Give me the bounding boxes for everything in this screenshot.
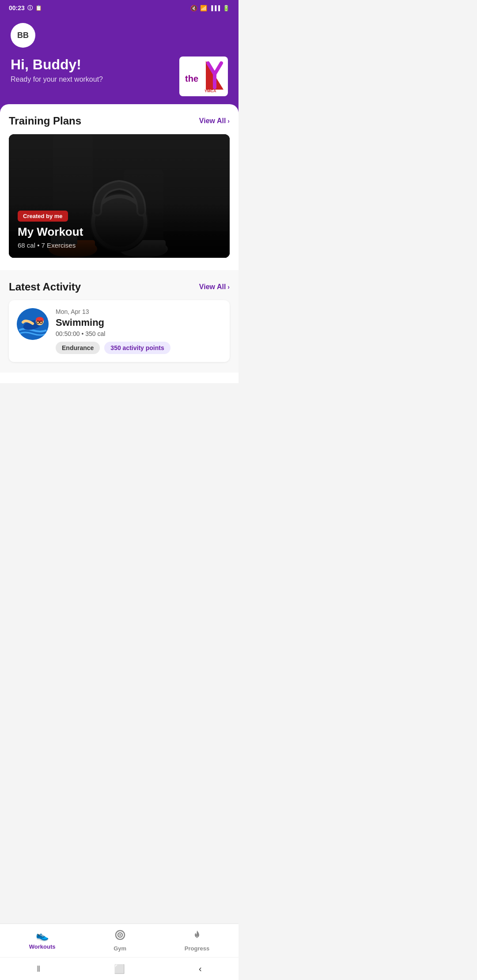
- header-text: Hi, Buddy! Ready for your next workout?: [11, 57, 103, 83]
- main-content: Training Plans View All ›: [0, 104, 238, 383]
- activity-card[interactable]: Mon, Apr 13 Swimming 00:50:00 • 350 cal …: [9, 300, 230, 362]
- workout-title: My Workout: [18, 225, 221, 239]
- training-card-overlay: Created by me My Workout 68 cal • 7 Exer…: [9, 202, 230, 258]
- header-content: Hi, Buddy! Ready for your next workout? …: [11, 57, 228, 96]
- training-plans-title: Training Plans: [9, 115, 81, 127]
- ymca-logo: the YMCA: [179, 57, 228, 96]
- ymca-logo-svg: the YMCA: [182, 59, 226, 94]
- latest-activity-view-all[interactable]: View All ›: [199, 283, 230, 291]
- chevron-right-icon-2: ›: [227, 283, 230, 290]
- training-plans-view-all[interactable]: View All ›: [199, 117, 230, 125]
- subtitle-text: Ready for your next workout?: [11, 75, 103, 83]
- tag-points: 350 activity points: [104, 342, 170, 354]
- chevron-right-icon: ›: [227, 117, 230, 124]
- mute-icon: 🔇: [190, 5, 197, 11]
- svg-text:the: the: [185, 74, 198, 83]
- wifi-icon: 📶: [200, 5, 207, 11]
- time-display: 00:23: [9, 4, 25, 11]
- activity-avatar: [17, 308, 49, 340]
- status-bar: 00:23 ⓘ 📋 🔇 📶 ▐▐▐ 🔋: [0, 0, 238, 16]
- created-badge: Created by me: [18, 211, 68, 222]
- activity-tags: Endurance 350 activity points: [56, 342, 222, 354]
- latest-activity-view-all-label: View All: [199, 283, 226, 291]
- training-plan-card[interactable]: Created by me My Workout 68 cal • 7 Exer…: [9, 134, 230, 258]
- clipboard-icon: 📋: [35, 5, 42, 11]
- greeting-text: Hi, Buddy!: [11, 57, 103, 73]
- activity-stats: 00:50:00 • 350 cal: [56, 330, 222, 337]
- status-time: 00:23 ⓘ 📋: [9, 4, 42, 12]
- activity-name: Swimming: [56, 317, 222, 328]
- svg-text:YMCA: YMCA: [204, 89, 216, 93]
- avatar[interactable]: BB: [11, 23, 35, 48]
- tag-endurance: Endurance: [56, 342, 100, 354]
- battery-icon: 🔋: [223, 5, 230, 11]
- activity-date: Mon, Apr 13: [56, 308, 222, 315]
- info-icon: ⓘ: [27, 4, 33, 12]
- latest-activity-header: Latest Activity View All ›: [9, 281, 230, 293]
- swimming-avatar-svg: [17, 308, 49, 340]
- avatar-initials: BB: [17, 31, 29, 40]
- latest-activity-title: Latest Activity: [9, 281, 81, 293]
- latest-activity-section: Latest Activity View All ›: [0, 270, 238, 373]
- signal-icon: ▐▐▐: [210, 5, 220, 11]
- view-all-label: View All: [199, 117, 226, 125]
- workout-meta: 68 cal • 7 Exercises: [18, 241, 221, 249]
- header-section: BB Hi, Buddy! Ready for your next workou…: [0, 16, 238, 112]
- activity-info: Mon, Apr 13 Swimming 00:50:00 • 350 cal …: [56, 308, 222, 354]
- status-icons: 🔇 📶 ▐▐▐ 🔋: [190, 5, 230, 11]
- training-plans-header: Training Plans View All ›: [9, 115, 230, 127]
